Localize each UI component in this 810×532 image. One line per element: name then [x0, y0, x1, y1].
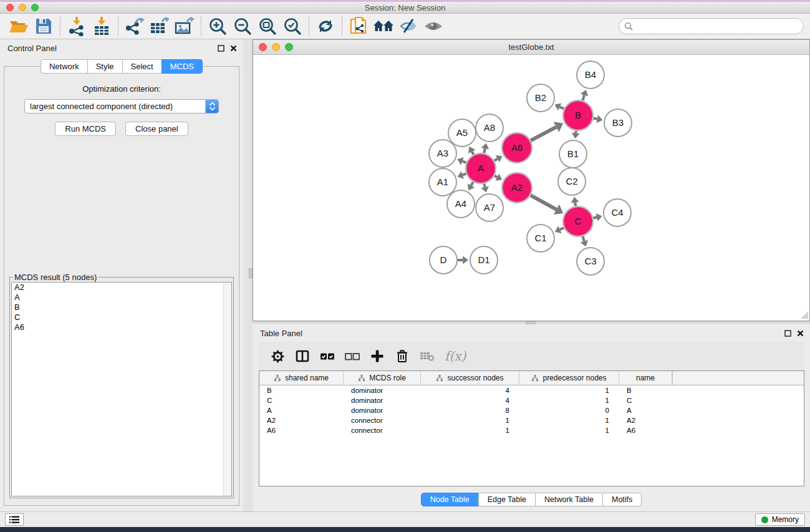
result-item[interactable]: A2: [12, 283, 231, 293]
close-panel-button[interactable]: Close panel: [125, 122, 188, 136]
graph-node-C1[interactable]: C1: [527, 225, 554, 252]
export-table-button[interactable]: [147, 16, 172, 37]
graph-edge-B-B4[interactable]: [582, 95, 584, 100]
graph-edge-A-A4[interactable]: [471, 182, 473, 186]
import-table-button[interactable]: [89, 16, 114, 37]
column-header[interactable]: MCDS role: [344, 371, 421, 385]
duplicate-network-button[interactable]: [346, 16, 371, 37]
tab-node-table[interactable]: Node Table: [421, 493, 479, 506]
run-mcds-button[interactable]: Run MCDS: [55, 122, 116, 136]
tab-motifs[interactable]: Motifs: [602, 493, 642, 506]
import-network-button[interactable]: [64, 16, 89, 37]
graph-edge-C-C4[interactable]: [593, 217, 597, 218]
column-header[interactable]: successor nodes: [421, 371, 519, 385]
graph-edge-A-A7[interactable]: [484, 183, 485, 187]
graph-node-A2[interactable]: A2: [502, 173, 532, 203]
memory-button[interactable]: Memory: [755, 513, 805, 526]
graph-node-B1[interactable]: B1: [559, 140, 587, 168]
graph-node-C4[interactable]: C4: [604, 199, 631, 226]
graph-edge-A-A8[interactable]: [484, 148, 485, 153]
export-network-button[interactable]: [122, 16, 147, 37]
graph-node-A5[interactable]: A5: [448, 119, 476, 147]
graph-node-D1[interactable]: D1: [470, 246, 498, 274]
column-header[interactable]: shared name: [259, 371, 344, 385]
zoom-fit-button[interactable]: [255, 16, 280, 37]
zoom-out-button[interactable]: [230, 16, 255, 37]
graph-node-B2[interactable]: B2: [527, 84, 554, 112]
add-column-button[interactable]: [367, 346, 387, 366]
graph-node-B3[interactable]: B3: [604, 109, 632, 137]
graph-node-C3[interactable]: C3: [577, 248, 604, 275]
delete-column-button[interactable]: [392, 346, 412, 366]
save-session-button[interactable]: [31, 16, 56, 37]
task-history-button[interactable]: [5, 513, 24, 526]
select-all-rows-button[interactable]: [317, 346, 337, 366]
result-item[interactable]: A: [12, 293, 231, 302]
result-item[interactable]: C: [12, 312, 231, 322]
graph-node-D[interactable]: D: [430, 246, 457, 274]
table-row[interactable]: A2connector11A2: [259, 415, 804, 425]
zoom-selected-button[interactable]: [280, 16, 305, 37]
graph-edge-C-C2[interactable]: [575, 202, 576, 206]
close-panel-icon[interactable]: [797, 330, 804, 337]
graph-edge-C-C3[interactable]: [582, 236, 584, 241]
table-row[interactable]: A6connector11A6: [259, 425, 804, 435]
tab-select[interactable]: Select: [122, 59, 162, 74]
tab-network[interactable]: Network: [41, 59, 88, 74]
graph-edge-B-B3[interactable]: [594, 118, 597, 119]
graph-node-B4[interactable]: B4: [577, 61, 604, 89]
apply-layout-button[interactable]: [313, 16, 338, 37]
result-item[interactable]: B: [12, 302, 231, 312]
network-canvas[interactable]: B4B2BB3A8A5A6A3B1AA1C2A2A4A7C4CC1DD1C3: [253, 55, 809, 320]
criterion-select[interactable]: largest connected component (directed): [24, 99, 219, 114]
graph-edge-A-A5[interactable]: [472, 152, 474, 155]
tab-network-table[interactable]: Network Table: [535, 493, 603, 506]
float-panel-icon[interactable]: [218, 45, 224, 52]
graph-edge-C-C1[interactable]: [560, 228, 564, 230]
network-graph[interactable]: B4B2BB3A8A5A6A3B1AA1C2A2A4A7C4CC1DD1C3: [253, 55, 809, 320]
network-close-button[interactable]: [259, 43, 267, 51]
close-window-button[interactable]: [6, 4, 14, 11]
search-box[interactable]: [619, 18, 804, 34]
graph-node-C2[interactable]: C2: [558, 168, 586, 195]
zoom-in-button[interactable]: [205, 16, 230, 37]
node-table[interactable]: shared nameMCDS rolesuccessor nodesprede…: [259, 370, 804, 486]
network-minimize-button[interactable]: [272, 43, 280, 51]
result-item[interactable]: A6: [12, 322, 231, 332]
search-input[interactable]: [637, 20, 803, 32]
show-preview-button[interactable]: [421, 16, 446, 37]
graph-node-C[interactable]: C: [563, 206, 593, 236]
tab-style[interactable]: Style: [87, 59, 123, 74]
home-button[interactable]: [371, 16, 396, 37]
graph-edge-A6-B[interactable]: [531, 127, 556, 141]
show-columns-button[interactable]: [292, 346, 312, 366]
tab-edge-table[interactable]: Edge Table: [478, 493, 536, 506]
graph-edge-B-B2[interactable]: [560, 107, 564, 109]
deselect-all-rows-button[interactable]: [342, 346, 362, 366]
graph-node-A7[interactable]: A7: [476, 194, 503, 221]
resize-grip-icon[interactable]: [799, 310, 809, 319]
minimize-window-button[interactable]: [19, 4, 26, 11]
graph-edge-A2-C[interactable]: [531, 195, 556, 210]
table-row[interactable]: Adominator80A: [259, 405, 804, 415]
tab-mcds[interactable]: MCDS: [162, 59, 203, 74]
table-settings-button[interactable]: [268, 346, 287, 366]
column-header[interactable]: name: [619, 371, 672, 385]
graph-edge-A-A1[interactable]: [463, 173, 466, 175]
zoom-window-button[interactable]: [31, 4, 39, 11]
graph-node-A[interactable]: A: [466, 153, 496, 183]
close-panel-icon[interactable]: [230, 45, 237, 52]
column-header[interactable]: predecessor nodes: [519, 371, 619, 385]
graph-node-B[interactable]: B: [563, 100, 593, 130]
vertical-scroll-thumb[interactable]: [249, 268, 253, 278]
graph-node-A4[interactable]: A4: [447, 190, 475, 218]
result-scrollbar[interactable]: [223, 283, 231, 496]
table-row[interactable]: Bdominator41B: [259, 385, 804, 395]
graph-node-A3[interactable]: A3: [429, 140, 456, 167]
graph-edge-A-A6[interactable]: [494, 159, 498, 161]
float-panel-icon[interactable]: [784, 330, 791, 337]
graph-edge-A-A2[interactable]: [494, 176, 497, 177]
mcds-result-list[interactable]: A2ABCA6: [11, 282, 232, 496]
graph-node-A1[interactable]: A1: [429, 168, 456, 196]
hide-preview-button[interactable]: [396, 16, 421, 37]
